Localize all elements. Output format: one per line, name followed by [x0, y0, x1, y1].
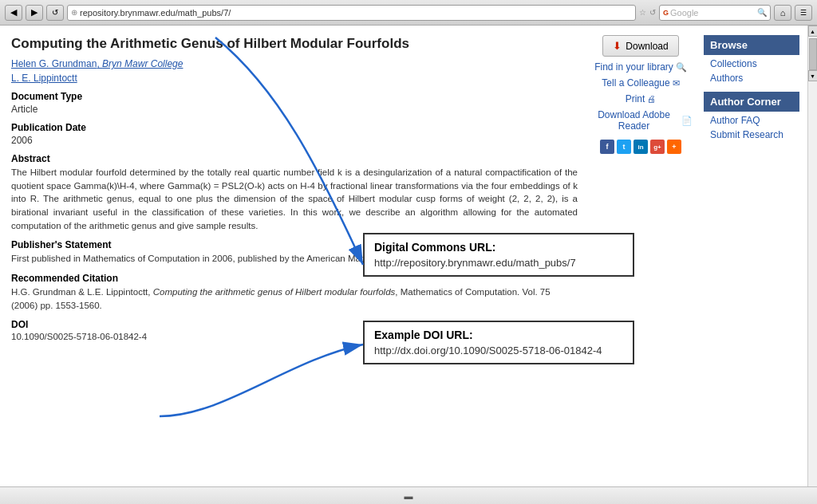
- browser-body: Computing the Arithmetic Genus of Hilber…: [0, 26, 817, 486]
- reader-icon: 📄: [681, 116, 693, 126]
- forward-button[interactable]: ▶: [26, 5, 43, 21]
- page-content: Computing the Arithmetic Genus of Hilber…: [0, 26, 807, 486]
- social-icons: f t in g+ +: [600, 140, 681, 154]
- status-text: ▬: [405, 491, 413, 501]
- scrollbar[interactable]: ▲ ▼: [807, 26, 817, 486]
- back-button[interactable]: ◀: [5, 5, 22, 21]
- download-reader-link[interactable]: Download Adobe Reader 📄: [589, 109, 693, 132]
- abstract-label: Abstract: [11, 153, 578, 164]
- abstract-text: The Hilbert modular fourfold determined …: [11, 166, 578, 232]
- email-icon: ✉: [673, 78, 680, 89]
- print-label: Print: [626, 93, 645, 104]
- find-library-link[interactable]: Find in your library 🔍: [594, 61, 687, 73]
- twitter-icon[interactable]: t: [617, 140, 631, 154]
- find-library-label: Find in your library: [594, 61, 673, 73]
- search-icon: 🔍: [757, 8, 767, 17]
- left-column: Computing the Arithmetic Genus of Hilber…: [11, 35, 578, 478]
- author-corner-header: Author Corner: [704, 92, 799, 112]
- author-faq-link[interactable]: Author FAQ: [704, 113, 799, 128]
- author-1-link[interactable]: Helen G. Grundman, Bryn Mawr College: [11, 58, 183, 69]
- scroll-thumb[interactable]: [809, 38, 817, 70]
- citation-text: H.G. Grundman & L.E. Lippintoctt, Comput…: [11, 285, 578, 312]
- scroll-up-button[interactable]: ▲: [808, 26, 818, 37]
- collections-link[interactable]: Collections: [704, 57, 799, 71]
- authors-link[interactable]: Authors: [704, 71, 799, 85]
- browser-toolbar: ◀ ▶ ↺ ⊕ repository.brynmawr.edu/math_pub…: [0, 0, 817, 26]
- pdf-icon: ⬇: [613, 40, 622, 52]
- pub-date-value: 2006: [11, 135, 578, 146]
- googleplus-icon[interactable]: g+: [650, 140, 665, 154]
- linkedin-icon[interactable]: in: [633, 140, 648, 154]
- address-text: repository.brynmawr.edu/math_pubs/7/: [80, 8, 231, 18]
- home-button[interactable]: ⌂: [774, 5, 791, 21]
- search-placeholder: Google: [670, 8, 756, 18]
- citation-label: Recommended Citation: [11, 273, 578, 284]
- doi-value: 10.1090/S0025-5718-06-01842-4: [11, 332, 578, 341]
- pub-date-label: Publication Date: [11, 122, 578, 133]
- refresh-button[interactable]: ↺: [46, 5, 64, 21]
- submit-research-link[interactable]: Submit Research: [704, 128, 799, 142]
- main-layout: Computing the Arithmetic Genus of Hilber…: [0, 26, 807, 486]
- doc-type-label: Document Type: [11, 91, 578, 102]
- doc-type-value: Article: [11, 104, 578, 115]
- download-button[interactable]: ⬇ Download: [602, 35, 678, 57]
- find-library-icon: 🔍: [676, 62, 687, 73]
- reload-icon: ↺: [649, 8, 656, 17]
- publishers-text: First published in Mathematics of Comput…: [11, 252, 578, 266]
- download-reader-label: Download Adobe Reader: [589, 109, 679, 132]
- facebook-icon[interactable]: f: [600, 140, 614, 154]
- page-title: Computing the Arithmetic Genus of Hilber…: [11, 35, 578, 53]
- tell-colleague-link[interactable]: Tell a Colleague ✉: [602, 77, 679, 89]
- author-2-link[interactable]: L. E. Lippintoctt: [11, 73, 77, 84]
- browse-header: Browse: [704, 35, 799, 55]
- scroll-down-button[interactable]: ▼: [808, 70, 818, 81]
- browse-section: Browse Collections Authors: [704, 35, 799, 85]
- author-corner-section: Author Corner Author FAQ Submit Research: [704, 92, 799, 142]
- author-line-1: Helen G. Grundman, Bryn Mawr College: [11, 57, 578, 69]
- address-bar[interactable]: ⊕ repository.brynmawr.edu/math_pubs/7/: [67, 5, 636, 21]
- download-label: Download: [626, 41, 668, 52]
- print-icon: 🖨: [647, 94, 656, 104]
- sidebar: Browse Collections Authors Author Corner…: [704, 35, 799, 478]
- print-link[interactable]: Print 🖨: [626, 93, 657, 104]
- bookmark-icon: ☆: [639, 8, 646, 17]
- author-line-2: L. E. Lippintoctt: [11, 72, 578, 84]
- doi-label: DOI: [11, 319, 578, 330]
- publishers-label: Publisher's Statement: [11, 239, 578, 250]
- search-box[interactable]: G Google 🔍: [659, 5, 771, 21]
- menu-button[interactable]: ☰: [795, 5, 812, 21]
- addthis-icon[interactable]: +: [667, 140, 681, 154]
- status-bar: ▬: [0, 486, 817, 504]
- tell-colleague-label: Tell a Colleague: [602, 77, 669, 89]
- actions-column: ⬇ Download Find in your library 🔍 Tell a…: [589, 35, 693, 478]
